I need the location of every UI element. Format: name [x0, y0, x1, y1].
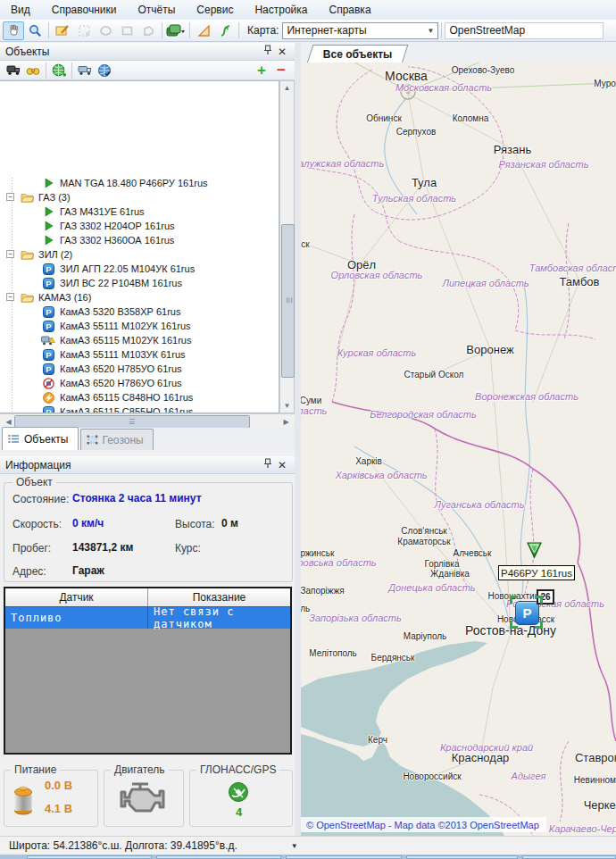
- menu-item-3[interactable]: Сервис: [186, 1, 244, 19]
- map-label: Ставропо: [575, 751, 616, 764]
- tree-item[interactable]: P КамАЗ 6520 Н785УО 61rus: [0, 362, 279, 376]
- reading-col-header[interactable]: Показание: [148, 588, 290, 606]
- tab-objects[interactable]: Объекты: [2, 427, 79, 450]
- map-label: Адыгея: [512, 771, 546, 781]
- select-region-tool-button[interactable]: [73, 21, 95, 40]
- polygon-icon: [142, 24, 155, 38]
- zoom-tool-button[interactable]: [24, 21, 46, 40]
- remove-object-button[interactable]: −: [271, 63, 291, 79]
- map-label: Орловская область: [331, 270, 423, 280]
- selection-corner: [535, 596, 543, 604]
- map-label: Воронеж: [466, 343, 513, 356]
- globe-track-icon[interactable]: [95, 63, 114, 79]
- ellipse-icon: [99, 24, 112, 38]
- tree-item[interactable]: КамАЗ 65115 М102УК 161rus: [0, 333, 279, 347]
- tree-item[interactable]: ГАЗ М431УЕ 61rus: [0, 204, 279, 219]
- satellite-icon: [41, 392, 55, 404]
- tree-item[interactable]: − ГАЗ (3): [0, 190, 279, 204]
- tree-vertical-scrollbar[interactable]: ▲ ☰ ▼: [279, 80, 295, 413]
- scroll-up-arrow[interactable]: ▲: [280, 81, 294, 95]
- map-view[interactable]: МоскваОрехово-ЗуевоМуромОбнинскКоломнаСе…: [301, 63, 616, 836]
- tree-item[interactable]: КамАЗ 6520 Н786УО 61rus: [0, 376, 279, 390]
- polygon-tool-button[interactable]: [137, 21, 159, 40]
- map-label: Бердянськ: [371, 653, 415, 663]
- selection-corner: [510, 596, 518, 604]
- binoculars-icon[interactable]: [23, 63, 43, 79]
- tree-item[interactable]: − КАМАЗ (16): [0, 290, 279, 304]
- tree-item[interactable]: P КамАЗ 55111 М102УК 161rus: [0, 319, 279, 333]
- folder-icon: [20, 292, 34, 303]
- map-label: Белгородская область: [370, 409, 476, 420]
- menu-item-0[interactable]: Вид: [0, 1, 41, 19]
- info-panel-title: Информация: [5, 459, 71, 471]
- map-type-combo[interactable]: Интернет-карты ▼: [282, 22, 438, 39]
- tree-item[interactable]: P КамАЗ 65115 С855НО 161rus: [0, 404, 279, 413]
- menu-item-4[interactable]: Настройка: [244, 1, 318, 19]
- tree-item[interactable]: ГАЗ 3302 Н360ОА 161rus: [0, 233, 279, 247]
- vertical-scroll-thumb[interactable]: ☰: [281, 224, 295, 378]
- tab-geozones[interactable]: Геозоны: [80, 429, 154, 450]
- expand-toggle[interactable]: −: [6, 250, 14, 258]
- svg-text:P: P: [46, 264, 52, 274]
- layers-tool-button[interactable]: [165, 21, 187, 40]
- tree-item[interactable]: КамАЗ 65115 С848НО 161rus: [0, 390, 279, 404]
- scroll-down-arrow[interactable]: ▼: [280, 399, 294, 413]
- panel-splitter[interactable]: [295, 43, 301, 836]
- vehicle-icon[interactable]: [4, 63, 23, 79]
- measure-tool-button[interactable]: [193, 21, 214, 40]
- tree-item[interactable]: P ЗИЛ ВС 22 Р104ВМ 161rus: [0, 276, 279, 290]
- altitude-value: 0 м: [221, 517, 238, 530]
- globe-add-icon[interactable]: [49, 63, 69, 79]
- course-label: Курс:: [175, 542, 201, 555]
- tree-item[interactable]: P КамАЗ 5320 В358ХР 61rus: [0, 304, 279, 319]
- close-icon[interactable]: ✕: [275, 46, 289, 58]
- expand-toggle[interactable]: −: [6, 193, 14, 201]
- chevron-down-icon[interactable]: ▼: [291, 842, 298, 850]
- mileage-value: 143871,2 км: [72, 541, 133, 554]
- pin-icon[interactable]: [261, 45, 275, 58]
- map-label: Запоріжжя: [301, 586, 345, 596]
- add-object-button[interactable]: +: [252, 63, 271, 79]
- scroll-right-arrow[interactable]: ▶: [279, 415, 293, 429]
- close-icon[interactable]: ✕: [275, 459, 289, 471]
- sensor-col-header[interactable]: Датчик: [5, 588, 148, 606]
- pin-icon[interactable]: [261, 458, 275, 471]
- map-label: Курская область: [337, 347, 417, 358]
- tree-item[interactable]: P ЗИЛ АГП 22.05 М104УК 61rus: [0, 262, 279, 276]
- map-label: бласть: [301, 405, 327, 416]
- route-tool-button[interactable]: [214, 21, 236, 40]
- tree-item[interactable]: ГАЗ 3302 Н204ОР 161rus: [0, 219, 279, 233]
- map-label: оль: [301, 604, 310, 613]
- menu-item-1[interactable]: Справочники: [41, 1, 128, 19]
- map-tab-all-objects[interactable]: Все объекты: [307, 45, 409, 63]
- tree-item[interactable]: − ЗИЛ (2): [0, 247, 279, 262]
- svg-text:P: P: [46, 307, 52, 317]
- map-label: ск: [301, 239, 309, 249]
- truck-icon[interactable]: [75, 63, 95, 79]
- altitude-label: Высота:: [175, 518, 215, 530]
- map-attribution: © OpenStreetMap - Map data ©2013 OpenStr…: [301, 817, 546, 832]
- info-panel-header: Информация ✕: [0, 456, 295, 474]
- map-label: вержинськ: [301, 548, 334, 558]
- vehicle-arrow-marker[interactable]: [526, 541, 543, 562]
- state-label: Состояние:: [12, 493, 69, 505]
- map-provider-combo[interactable]: OpenStreetMap: [445, 22, 604, 39]
- sensor-row[interactable]: Топливо Нет связи с датчиком: [5, 607, 290, 629]
- map-label: тровська область: [301, 557, 377, 568]
- menu-item-2[interactable]: Отчёты: [127, 1, 186, 19]
- objects-panel-title: Объекты: [5, 46, 50, 58]
- menu-item-5[interactable]: Справка: [318, 1, 381, 19]
- taskbar-sliver: [0, 855, 616, 859]
- map-label: Рязань: [494, 143, 531, 156]
- chevron-down-icon: ▼: [428, 27, 435, 35]
- tree-item[interactable]: MAN TGA 18.480 Р466РУ 161rus: [0, 176, 279, 190]
- map-tab-strip: Все объекты: [301, 43, 616, 63]
- ellipse-tool-button[interactable]: [95, 21, 116, 40]
- object-tree[interactable]: MAN TGA 18.480 Р466РУ 161rus − ГАЗ (3) Г…: [0, 80, 279, 413]
- rectangle-tool-button[interactable]: [116, 21, 137, 40]
- expand-toggle[interactable]: −: [6, 293, 14, 301]
- tree-item[interactable]: P КамАЗ 55111 М103УК 61rus: [0, 347, 279, 362]
- pan-tool-button[interactable]: [3, 21, 24, 40]
- map-label: Тульская область: [372, 193, 456, 204]
- edit-map-tool-button[interactable]: [52, 21, 73, 40]
